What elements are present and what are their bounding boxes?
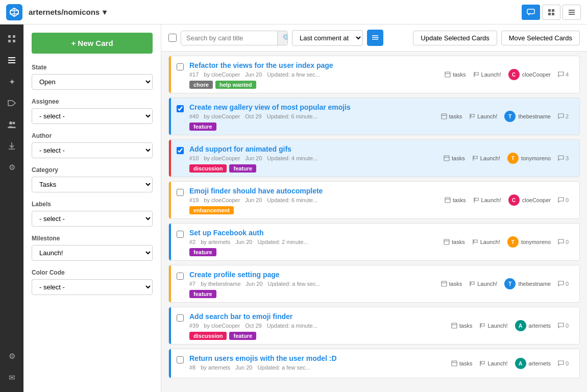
card-category: tasks bbox=[451, 360, 473, 366]
card-tags: enhancement bbox=[189, 206, 439, 214]
assignee-name: cloeCooper bbox=[522, 71, 551, 78]
card-author: by arternets bbox=[201, 364, 230, 371]
select-all-checkbox[interactable] bbox=[168, 34, 177, 42]
card-assignee: A arternets bbox=[515, 320, 551, 331]
card-checkbox[interactable] bbox=[177, 189, 184, 196]
card-category: tasks bbox=[441, 281, 462, 287]
card-checkbox[interactable] bbox=[177, 273, 184, 280]
card-comments: 3 bbox=[558, 155, 572, 161]
card-date: Oct 29 bbox=[245, 323, 261, 329]
card-right: tasks Launch! T thebestname 0 bbox=[441, 265, 579, 302]
download-icon[interactable] bbox=[3, 137, 21, 155]
card-checkbox-wrap bbox=[171, 307, 189, 344]
card-item: Emoji finder should have autocomplete #1… bbox=[168, 181, 580, 219]
card-checkbox[interactable] bbox=[177, 105, 184, 112]
svg-rect-17 bbox=[372, 35, 378, 36]
card-title[interactable]: Set up Facebook auth bbox=[189, 229, 438, 237]
card-category: tasks bbox=[444, 239, 465, 245]
card-checkbox[interactable] bbox=[177, 63, 184, 70]
list-sort-icon-btn[interactable] bbox=[367, 30, 383, 46]
category-select[interactable]: TasksBugsFeatures bbox=[32, 177, 153, 192]
card-comments: 0 bbox=[558, 360, 572, 366]
labels-select[interactable]: - select - bbox=[32, 211, 153, 227]
apps-icon[interactable] bbox=[3, 30, 21, 48]
card-comments: 0 bbox=[558, 197, 572, 203]
comment-count: 0 bbox=[566, 197, 569, 203]
card-milestone-label: Launch! bbox=[481, 71, 501, 78]
svg-rect-8 bbox=[8, 35, 11, 38]
chevron-down-icon: ▾ bbox=[103, 8, 107, 17]
card-number: #7 bbox=[189, 281, 195, 287]
card-title[interactable]: Create new gallery view of most popular … bbox=[189, 103, 436, 111]
svg-rect-11 bbox=[13, 40, 15, 42]
card-category: tasks bbox=[445, 197, 466, 203]
card-number: #10 bbox=[189, 155, 199, 161]
card-meta: #10 by cloeCooper Jun 20 Updated: 4 minu… bbox=[189, 155, 438, 161]
card-item: Set up Facebook auth #2 by arternets Jun… bbox=[168, 223, 580, 261]
card-author: by thebestname bbox=[201, 281, 240, 287]
card-author: by cloeCooper bbox=[204, 197, 240, 203]
plugin-settings-icon[interactable]: ⚙ bbox=[3, 347, 21, 365]
colorcode-select[interactable]: - select - bbox=[32, 279, 153, 295]
milestone-label: Milestone bbox=[32, 235, 153, 242]
card-date: Oct 29 bbox=[245, 113, 261, 119]
card-right: tasks Launch! A arternets 0 bbox=[451, 349, 579, 378]
mail-icon[interactable]: ✉ bbox=[3, 369, 21, 387]
state-filter: State OpenClosedAll bbox=[32, 64, 153, 90]
card-title[interactable]: Refactor the views for the user index pa… bbox=[189, 61, 439, 69]
svg-rect-1 bbox=[548, 9, 551, 12]
comment-count: 4 bbox=[566, 71, 569, 78]
card-title[interactable]: Emoji finder should have autocomplete bbox=[189, 187, 439, 195]
new-card-label: + New Card bbox=[71, 39, 113, 47]
card-date: Jun 20 bbox=[235, 239, 252, 245]
card-checkbox[interactable] bbox=[177, 147, 184, 154]
assignee-select[interactable]: - select - bbox=[32, 108, 153, 124]
update-selected-cards-button[interactable]: Update Selected Cards bbox=[413, 31, 497, 45]
card-title[interactable]: Add support for animated gifs bbox=[189, 145, 438, 153]
category-filter: Category TasksBugsFeatures bbox=[32, 166, 153, 192]
card-category-label: tasks bbox=[452, 239, 465, 245]
nav-list-icon[interactable] bbox=[3, 51, 21, 69]
label-icon[interactable] bbox=[3, 94, 21, 112]
new-card-button[interactable]: + New Card bbox=[32, 33, 153, 54]
card-checkbox[interactable] bbox=[177, 356, 184, 363]
grid-view-btn[interactable] bbox=[542, 5, 560, 20]
card-title[interactable]: Add search bar to emoji finder bbox=[189, 312, 446, 321]
pin-icon[interactable]: ✦ bbox=[3, 72, 21, 91]
svg-rect-19 bbox=[372, 39, 378, 40]
svg-rect-13 bbox=[8, 60, 15, 61]
move-selected-cards-button[interactable]: Move Selected Cards bbox=[501, 31, 580, 45]
card-body: Refactor the views for the user index pa… bbox=[189, 56, 445, 93]
card-checkbox[interactable] bbox=[177, 314, 184, 322]
app-logo[interactable] bbox=[6, 4, 22, 20]
card-comments: 0 bbox=[558, 323, 572, 329]
list-view-btn[interactable] bbox=[562, 5, 581, 20]
people-icon[interactable] bbox=[3, 115, 21, 134]
sort-select[interactable]: Last comment at Created at Updated at bbox=[292, 31, 362, 45]
assignee-name: thebestname bbox=[518, 281, 551, 287]
card-assignee: C cloeCooper bbox=[508, 69, 551, 80]
card-title[interactable]: Return users emojis with the user model … bbox=[189, 354, 446, 362]
card-checkbox-wrap bbox=[171, 182, 189, 218]
avatar: C bbox=[508, 69, 520, 80]
card-milestone-label: Launch! bbox=[487, 360, 507, 366]
chat-view-btn[interactable] bbox=[522, 5, 540, 20]
milestone-select[interactable]: Launch!None bbox=[32, 245, 153, 261]
author-select[interactable]: - select - bbox=[32, 142, 153, 158]
card-date: Jun 20 bbox=[246, 281, 263, 287]
card-title[interactable]: Create profile setting page bbox=[189, 271, 436, 279]
search-button[interactable]: 🔍 bbox=[277, 31, 288, 45]
settings-icon[interactable]: ⚙ bbox=[3, 158, 21, 177]
card-checkbox[interactable] bbox=[177, 231, 184, 238]
state-select[interactable]: OpenClosedAll bbox=[32, 74, 153, 90]
card-updated: Updated: a few sec... bbox=[268, 281, 321, 287]
svg-point-16 bbox=[13, 122, 15, 125]
card-date: Jun 20 bbox=[245, 197, 262, 203]
card-category-label: tasks bbox=[459, 360, 473, 366]
sort-select-wrap: Last comment at Created at Updated at bbox=[292, 30, 363, 46]
tag-help-wanted: help wanted bbox=[215, 81, 256, 89]
search-input[interactable] bbox=[181, 31, 277, 45]
card-category: tasks bbox=[441, 113, 462, 119]
repo-title[interactable]: arternets/nomicons ▾ bbox=[29, 8, 107, 17]
cards-list: Refactor the views for the user index pa… bbox=[161, 52, 587, 392]
